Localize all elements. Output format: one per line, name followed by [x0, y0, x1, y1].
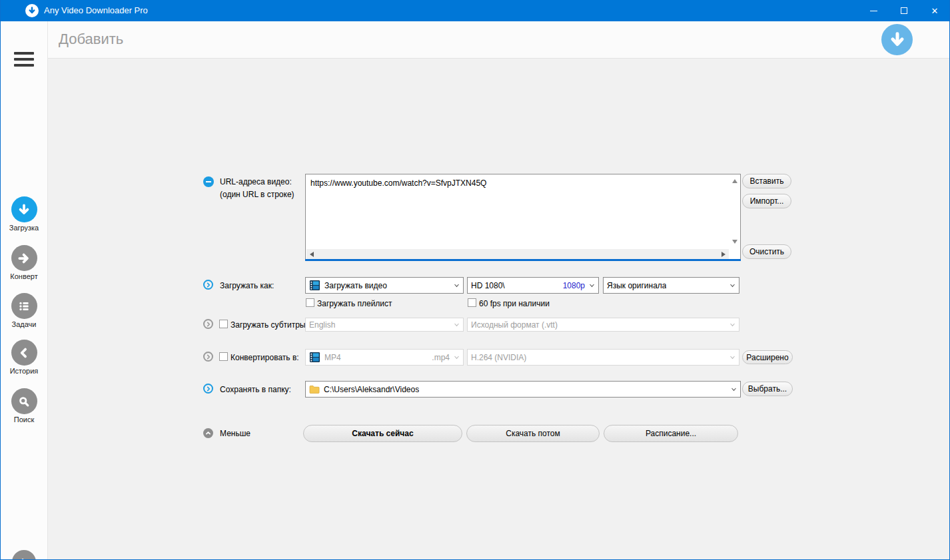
advanced-button[interactable]: Расширено: [742, 350, 793, 364]
header: Добавить: [48, 21, 950, 59]
chevron-down-icon: [454, 322, 460, 328]
chevron-down-icon: [729, 354, 735, 360]
convert-format-value: MP4: [324, 353, 341, 362]
download-now-button[interactable]: Скачать сейчас: [303, 425, 462, 442]
chevron-down-icon: [589, 282, 595, 288]
less-label: Меньше: [220, 429, 250, 438]
fps-checkbox-label: 60 fps при наличии: [479, 299, 550, 308]
url-input-box: https://www.youtube.com/watch?v=SfvpJTXN…: [305, 174, 741, 260]
search-icon: [11, 388, 37, 414]
playlist-checkbox[interactable]: [306, 298, 314, 307]
folder-icon: [309, 385, 320, 394]
save-folder-label: Сохранять в папку:: [220, 385, 291, 394]
chevron-down-icon: [729, 282, 735, 288]
subtitles-format-select: Исходный формат (.vtt): [467, 318, 739, 332]
page-title: Добавить: [59, 31, 123, 48]
scroll-up-icon[interactable]: [732, 179, 737, 183]
convert-icon: [11, 245, 37, 271]
download-later-button[interactable]: Скачать потом: [466, 425, 600, 442]
download-icon: [11, 196, 37, 222]
language-select[interactable]: Язык оригинала: [603, 277, 739, 294]
convert-codec-select: H.264 (NVIDIA): [467, 349, 739, 366]
quality-resolution: 1080p: [563, 281, 585, 290]
play-icon: [18, 556, 30, 560]
sidebar-item-download[interactable]: Загрузка: [0, 196, 48, 232]
minimize-button[interactable]: [858, 0, 889, 21]
schedule-button[interactable]: Расписание...: [604, 425, 738, 442]
add-form: URL-адреса видео: (один URL в строке) ht…: [48, 59, 950, 560]
tasks-icon: [11, 293, 37, 319]
subtitles-language-select: English: [305, 318, 464, 332]
sidebar-item-label: Конверт: [0, 272, 48, 280]
collapse-less-icon[interactable]: [203, 428, 213, 438]
save-folder-select[interactable]: C:\Users\Aleksandr\Videos: [305, 381, 741, 398]
expand-subtitles-icon[interactable]: [203, 319, 213, 329]
scroll-down-icon[interactable]: [732, 240, 737, 244]
chevron-down-icon: [731, 386, 737, 392]
sidebar-item-label: Поиск: [0, 416, 48, 423]
download-format-select[interactable]: Загружать видео: [305, 277, 464, 294]
quality-value: HD 1080\: [471, 281, 505, 290]
expand-folder-icon[interactable]: [203, 384, 213, 394]
chevron-down-icon: [454, 282, 460, 288]
subtitles-label: Загружать субтитры:: [231, 320, 308, 330]
play-button[interactable]: [12, 550, 36, 560]
maximize-button[interactable]: [889, 0, 919, 21]
focus-underline: [305, 259, 741, 261]
fps-checkbox[interactable]: [468, 298, 476, 307]
subtitles-checkbox[interactable]: [219, 320, 228, 328]
download-as-label: Загружать как:: [220, 281, 274, 290]
sidebar-item-label: Задачи: [0, 320, 48, 328]
url-textarea[interactable]: https://www.youtube.com/watch?v=SfvpJTXN…: [306, 175, 727, 247]
save-folder-path: C:\Users\Aleksandr\Videos: [324, 385, 419, 394]
sidebar-item-history[interactable]: История: [0, 340, 48, 375]
subtitles-language-value: English: [309, 320, 335, 330]
menu-icon[interactable]: [14, 52, 34, 69]
convert-format-select: MP4 .mp4: [305, 349, 464, 366]
subtitles-format-value: Исходный формат (.vtt): [471, 320, 558, 330]
sidebar-item-label: Загрузка: [0, 224, 48, 232]
sidebar: Загрузка Конверт Задачи История Поиск: [0, 21, 48, 560]
chevron-down-icon: [454, 354, 460, 360]
expand-download-as-icon[interactable]: [203, 280, 213, 290]
choose-folder-button[interactable]: Выбрать...: [742, 382, 793, 396]
convert-codec-value: H.264 (NVIDIA): [471, 353, 526, 362]
sidebar-item-search[interactable]: Поиск: [0, 388, 48, 423]
history-icon: [11, 340, 37, 366]
paste-button[interactable]: Вставить: [742, 174, 791, 188]
quality-select[interactable]: HD 1080\ 1080p: [467, 277, 599, 294]
playlist-checkbox-label: Загружать плейлист: [317, 299, 392, 308]
app-logo-large-icon: [881, 24, 913, 55]
convert-label: Конвертировать в:: [231, 353, 299, 362]
clear-button[interactable]: Очистить: [742, 244, 791, 259]
download-format-value: Загружать видео: [324, 281, 387, 290]
film-icon: [309, 352, 320, 363]
import-button[interactable]: Импорт...: [742, 194, 791, 208]
scroll-left-icon[interactable]: [310, 252, 314, 257]
titlebar: Any Video Downloader Pro ✕: [0, 0, 950, 21]
expand-convert-icon[interactable]: [203, 352, 213, 362]
convert-checkbox[interactable]: [219, 352, 228, 361]
app-logo-icon: [25, 4, 39, 17]
chevron-down-icon: [729, 322, 735, 328]
sidebar-item-label: История: [0, 367, 48, 375]
horizontal-scrollbar[interactable]: [306, 249, 729, 259]
film-icon: [309, 280, 320, 291]
url-label-line1: URL-адреса видео:: [220, 177, 292, 186]
window-title: Any Video Downloader Pro: [44, 0, 148, 21]
close-button[interactable]: ✕: [919, 0, 950, 21]
sidebar-item-convert[interactable]: Конверт: [0, 245, 48, 280]
convert-format-ext: .mp4: [432, 353, 450, 362]
url-label-line2: (один URL в строке): [220, 190, 294, 199]
sidebar-item-tasks[interactable]: Задачи: [0, 293, 48, 328]
scroll-right-icon[interactable]: [721, 252, 725, 257]
language-value: Язык оригинала: [607, 281, 666, 290]
collapse-url-icon[interactable]: [203, 176, 214, 187]
